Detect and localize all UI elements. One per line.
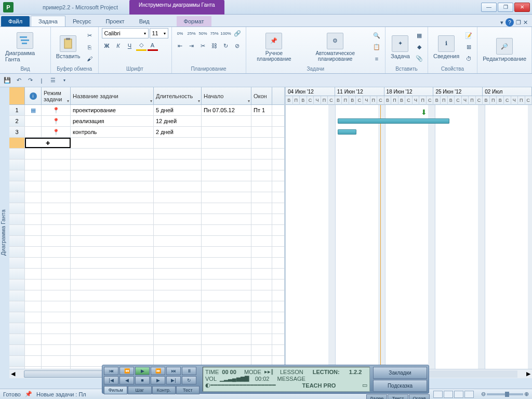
tab-resource[interactable]: Ресурс [65, 16, 98, 26]
table-row-empty[interactable] [9, 225, 284, 236]
media-next-button[interactable]: ⏭ [166, 367, 181, 375]
col-finish[interactable]: Окон [251, 87, 272, 104]
view-team-button[interactable] [454, 391, 463, 398]
redo-button[interactable]: ↷ [26, 76, 34, 85]
font-size-select[interactable]: 11▾ [150, 28, 168, 38]
media-back-button[interactable]: ◀ [119, 376, 134, 384]
table-row[interactable]: 2 📍 реализация 12 дней [9, 116, 284, 127]
table-row[interactable]: 1 ▦ 📍 проектирование 5 дней Пн 07.05.12 … [9, 105, 284, 116]
view-gantt-button[interactable] [433, 391, 443, 398]
manual-schedule-button[interactable]: 📌Ручное планирование [249, 32, 299, 63]
mode-button[interactable]: ≡ [371, 54, 382, 64]
editing-button[interactable]: 🔎Редактирование [481, 37, 528, 63]
media-tab-control[interactable]: Контр. [152, 386, 176, 394]
table-row-empty[interactable] [9, 269, 284, 280]
media-play-button[interactable]: ▶ [135, 367, 150, 375]
details-button[interactable]: ⊞ [463, 42, 474, 52]
select-all-corner[interactable] [9, 87, 25, 104]
close-doc-icon[interactable]: ✕ [523, 19, 528, 26]
table-row-empty[interactable] [9, 323, 284, 334]
media-tab-film[interactable]: Фильм [104, 386, 127, 394]
save-button[interactable]: 💾 [3, 76, 11, 85]
col-start[interactable]: Начало▾ [202, 87, 251, 104]
deliverable-button[interactable]: 📎 [414, 54, 424, 64]
tab-project[interactable]: Проект [98, 16, 131, 26]
minimize-button[interactable]: — [481, 3, 497, 12]
custom-button[interactable]: ☰ [49, 76, 57, 85]
notes-button[interactable]: 📝 [463, 31, 474, 41]
table-row-empty[interactable] [9, 301, 284, 312]
gantt-bar[interactable] [338, 129, 356, 135]
zoom-in-button[interactable]: ⊕ [524, 391, 529, 397]
table-row-empty[interactable] [9, 334, 284, 345]
table-row-empty[interactable] [9, 290, 284, 301]
table-row-empty[interactable] [9, 149, 284, 159]
media-bottom-toc[interactable]: Оглав [409, 394, 430, 399]
bold-button[interactable]: Ж [102, 41, 112, 51]
indent-button[interactable]: ⇥ [187, 41, 197, 51]
media-rewind-button[interactable]: ⏪ [119, 367, 134, 375]
media-bottom-text[interactable]: Текст [388, 394, 408, 399]
tab-file[interactable]: Файл [1, 16, 30, 26]
table-row-empty[interactable] [9, 159, 284, 170]
table-row-empty[interactable] [9, 203, 284, 214]
pct100-button[interactable]: 100% [221, 28, 231, 38]
media-first-button[interactable]: |◀ [104, 376, 118, 384]
col-info[interactable]: i [25, 87, 42, 104]
help-icon[interactable]: ? [506, 18, 514, 26]
information-button[interactable]: ℹСведения [431, 34, 461, 60]
outdent-button[interactable]: ⇤ [175, 41, 185, 51]
undo-button[interactable]: ↶ [15, 76, 23, 85]
media-loop-button[interactable]: ↻ [182, 376, 196, 384]
tab-format[interactable]: Формат [177, 16, 211, 26]
media-prev-button[interactable]: ⏮ [104, 367, 118, 375]
table-row-empty[interactable] [9, 170, 284, 181]
respect-button[interactable]: ↻ [221, 41, 231, 51]
italic-button[interactable]: К [113, 41, 124, 51]
view-usage-button[interactable] [444, 391, 453, 398]
pct75-button[interactable]: 75% [209, 28, 220, 38]
underline-button[interactable]: Ч [125, 41, 135, 51]
paste-button[interactable]: Вставить [54, 34, 83, 60]
tab-view[interactable]: Вид [132, 16, 157, 26]
link-button[interactable]: 🔗 [232, 28, 243, 38]
media-tab-step[interactable]: Шаг [128, 386, 151, 394]
media-tab-test[interactable]: Тест [176, 386, 200, 394]
fill-color-button[interactable]: ◇ [136, 41, 147, 51]
restore-icon[interactable]: ❐ [516, 19, 521, 26]
table-row[interactable]: 3 📍 контроль 2 дней [9, 127, 284, 138]
gantt-canvas[interactable]: ⬇ [286, 105, 532, 369]
cut-button[interactable]: ✂ [85, 31, 95, 41]
view-resource-button[interactable] [464, 391, 474, 398]
split-button[interactable]: ✂ [198, 41, 208, 51]
move-button[interactable]: 📋 [371, 42, 382, 52]
table-row-empty[interactable] [9, 280, 284, 290]
pct50-button[interactable]: 50% [198, 28, 208, 38]
copy-button[interactable]: ⎘ [85, 42, 95, 52]
close-button[interactable]: ✕ [514, 3, 530, 12]
media-fwd-button[interactable]: ▶ [151, 376, 165, 384]
auto-schedule-button[interactable]: ⚙Автоматическое планирование [301, 32, 369, 63]
format-painter-button[interactable]: 🖌 [85, 54, 95, 64]
summary-button[interactable]: ▦ [414, 31, 424, 41]
tab-task[interactable]: Задача [31, 16, 65, 26]
media-forward-button[interactable]: ⏩ [151, 367, 165, 375]
maximize-button[interactable]: ❐ [498, 3, 513, 12]
media-last-button[interactable]: ▶| [166, 376, 181, 384]
pct25-button[interactable]: 25% [187, 28, 197, 38]
task-insert-button[interactable]: ✦Задача [389, 34, 412, 60]
timeline-button[interactable]: ⏱ [463, 54, 474, 64]
col-mode[interactable]: Режим задачи▾ [42, 87, 71, 104]
media-bookmarks-button[interactable]: Закладки [373, 367, 427, 379]
pct0-button[interactable]: 0% [175, 28, 185, 38]
table-row-new[interactable] [9, 138, 284, 149]
font-color-button[interactable]: A [148, 41, 158, 51]
ribbon-minimize-icon[interactable]: ▾ [500, 19, 503, 26]
table-row-empty[interactable] [9, 236, 284, 247]
col-name[interactable]: Название задачи▾ [71, 87, 154, 104]
milestone-button[interactable]: ◆ [414, 42, 424, 52]
unlink-button[interactable]: ⛓ [209, 41, 220, 51]
font-name-select[interactable]: Calibri▾ [102, 28, 149, 38]
table-row-empty[interactable] [9, 312, 284, 323]
zoom-out-button[interactable]: ⊖ [481, 391, 486, 397]
